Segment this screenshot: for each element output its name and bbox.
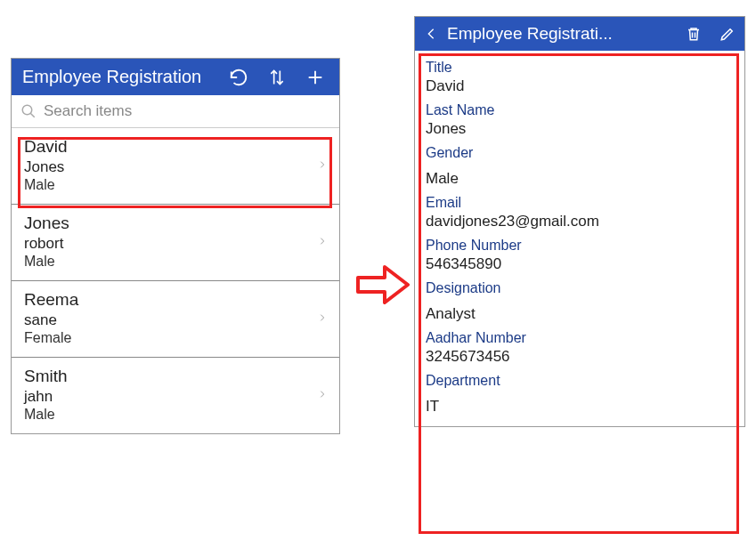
field-value-gender: Male xyxy=(426,170,734,188)
field-value-phone: 546345890 xyxy=(426,255,734,273)
chevron-right-icon xyxy=(318,234,327,252)
employee-list-panel: Employee Registration David Jones Male J… xyxy=(11,58,340,434)
sort-icon[interactable] xyxy=(268,69,286,86)
field-value-designation: Analyst xyxy=(426,305,734,323)
field-label-dept: Department xyxy=(426,373,734,389)
item-gender: Male xyxy=(24,177,327,193)
field-label-designation: Designation xyxy=(426,280,734,296)
delete-icon[interactable] xyxy=(686,25,702,43)
list-item[interactable]: David Jones Male xyxy=(12,128,339,205)
search-icon xyxy=(20,103,37,119)
item-firstname: Reema xyxy=(24,290,327,310)
add-icon[interactable] xyxy=(305,68,325,87)
item-firstname: David xyxy=(24,137,327,157)
field-value-aadhar: 3245673456 xyxy=(426,348,734,366)
item-lastname: Jones xyxy=(24,158,327,176)
chevron-right-icon xyxy=(318,157,327,175)
item-gender: Female xyxy=(24,330,327,346)
detail-body: Title David Last Name Jones Gender Male … xyxy=(415,51,744,426)
list-title: Employee Registration xyxy=(22,67,229,87)
refresh-icon[interactable] xyxy=(229,68,248,87)
field-value-title: David xyxy=(426,77,734,95)
svg-line-3 xyxy=(30,113,35,117)
detail-header: Employee Registrati... xyxy=(415,17,744,51)
back-icon[interactable] xyxy=(424,25,438,43)
field-label-aadhar: Aadhar Number xyxy=(426,330,734,346)
detail-title: Employee Registrati... xyxy=(447,24,679,44)
item-lastname: jahn xyxy=(24,388,327,406)
field-label-phone: Phone Number xyxy=(426,238,734,254)
item-lastname: sane xyxy=(24,311,327,329)
field-label-gender: Gender xyxy=(426,145,734,161)
item-gender: Male xyxy=(24,254,327,270)
field-value-dept: IT xyxy=(426,398,734,416)
edit-icon[interactable] xyxy=(719,25,736,43)
field-value-lastname: Jones xyxy=(426,120,734,138)
list-header: Employee Registration xyxy=(12,59,339,95)
field-label-lastname: Last Name xyxy=(426,102,734,118)
list-item[interactable]: Reema sane Female xyxy=(12,281,339,358)
arrow-right-icon xyxy=(356,258,410,311)
field-label-email: Email xyxy=(426,195,734,211)
field-label-title: Title xyxy=(426,60,734,76)
item-firstname: Jones xyxy=(24,214,327,233)
chevron-right-icon xyxy=(318,387,327,405)
svg-point-2 xyxy=(22,105,32,115)
field-value-email: davidjones23@gmail.com xyxy=(426,213,734,230)
employee-detail-panel: Employee Registrati... Title David Last … xyxy=(414,16,745,427)
item-lastname: robort xyxy=(24,235,327,253)
item-firstname: Smith xyxy=(24,367,327,386)
list-item[interactable]: Jones robort Male xyxy=(12,205,339,281)
list-item[interactable]: Smith jahn Male xyxy=(12,358,339,433)
search-input[interactable] xyxy=(44,102,330,120)
search-row[interactable] xyxy=(12,95,339,128)
item-gender: Male xyxy=(24,407,327,423)
chevron-right-icon xyxy=(318,311,327,328)
